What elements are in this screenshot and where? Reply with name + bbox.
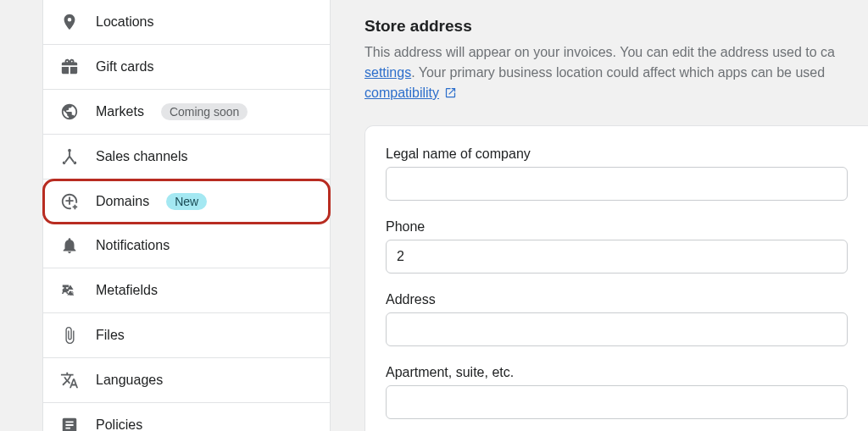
sidebar-item-label: Notifications — [96, 238, 170, 253]
sidebar-item-languages[interactable]: Languages — [43, 358, 330, 403]
sidebar-item-gift-cards[interactable]: Gift cards — [43, 45, 330, 90]
sidebar-item-label: Sales channels — [96, 149, 188, 164]
globe-icon — [60, 102, 79, 121]
sidebar-item-sales-channels[interactable]: Sales channels — [43, 135, 330, 180]
address-card: Legal name of company Phone Address Apar… — [364, 125, 868, 431]
desc-text-1: This address will appear on your invoice… — [364, 45, 835, 59]
sidebar-item-domains[interactable]: Domains New — [45, 181, 328, 222]
apt-input[interactable] — [386, 385, 848, 419]
highlight-domains: Domains New — [42, 179, 331, 224]
field-phone: Phone — [386, 219, 848, 274]
main-content: Store address This address will appear o… — [331, 0, 868, 431]
sidebar-item-label: Markets — [96, 104, 144, 119]
settings-sidebar: Locations Gift cards Markets Coming soon… — [0, 0, 331, 431]
sidebar-item-label: Locations — [96, 14, 154, 30]
location-pin-icon — [60, 13, 79, 31]
channels-icon — [60, 147, 79, 166]
phone-label: Phone — [386, 219, 848, 235]
sidebar-item-label: Files — [96, 328, 125, 343]
new-badge: New — [166, 193, 207, 210]
legal-name-input[interactable] — [386, 167, 848, 201]
sidebar-list: Locations Gift cards Markets Coming soon… — [42, 0, 331, 431]
metafields-icon: Aa — [60, 281, 79, 300]
field-apt: Apartment, suite, etc. — [386, 365, 848, 419]
policies-icon — [60, 416, 79, 431]
paperclip-icon — [60, 326, 79, 345]
bell-icon — [60, 236, 79, 255]
external-link-icon — [444, 85, 457, 105]
sidebar-item-label: Metafields — [96, 283, 158, 298]
compatibility-link[interactable]: compatibility — [364, 86, 439, 100]
sidebar-item-label: Domains — [96, 194, 149, 209]
section-description: This address will appear on your invoice… — [364, 42, 868, 105]
globe-plus-icon — [60, 192, 79, 211]
legal-name-label: Legal name of company — [386, 146, 848, 162]
settings-link[interactable]: settings — [364, 65, 411, 80]
sidebar-item-notifications[interactable]: Notifications — [43, 224, 330, 268]
field-address: Address — [386, 292, 848, 346]
coming-soon-badge: Coming soon — [161, 103, 248, 120]
sidebar-item-policies[interactable]: Policies — [43, 403, 330, 431]
svg-text:a: a — [70, 289, 75, 297]
address-label: Address — [386, 292, 848, 307]
address-input[interactable] — [386, 312, 848, 346]
sidebar-item-files[interactable]: Files — [43, 313, 330, 358]
sidebar-item-markets[interactable]: Markets Coming soon — [43, 90, 330, 135]
gift-icon — [60, 58, 79, 76]
sidebar-item-metafields[interactable]: Aa Metafields — [43, 268, 330, 313]
svg-text:A: A — [62, 285, 69, 296]
sidebar-item-locations[interactable]: Locations — [43, 0, 330, 45]
desc-text-2: . Your primary business location could a… — [411, 65, 825, 80]
field-legal-name: Legal name of company — [386, 146, 848, 201]
sidebar-item-label: Languages — [96, 373, 163, 388]
phone-input[interactable] — [386, 240, 848, 274]
section-title: Store address — [364, 17, 868, 36]
translate-icon — [60, 371, 79, 390]
sidebar-item-label: Policies — [96, 417, 142, 431]
apt-label: Apartment, suite, etc. — [386, 365, 848, 380]
sidebar-item-label: Gift cards — [96, 59, 153, 75]
